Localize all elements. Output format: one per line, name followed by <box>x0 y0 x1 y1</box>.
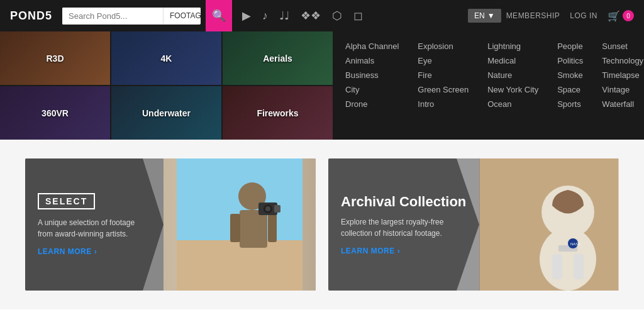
cat-nature[interactable]: Nature <box>487 70 538 80</box>
categories: Alpha Channel Animals Business City Dron… <box>333 31 644 140</box>
cat-vintage[interactable]: Vintage <box>602 85 643 94</box>
language-button[interactable]: EN ▼ <box>468 9 501 23</box>
search-icon: 🔍 <box>212 9 226 23</box>
cat-new-york-city[interactable]: New York City <box>487 85 538 94</box>
thumbnail-label: 360VR <box>42 108 69 118</box>
promo-archival-desc: Explore the largest royalty-free collect… <box>341 216 467 239</box>
astronaut-illustration: NASA <box>480 158 618 291</box>
promo-select-desc: A unique selection of footage from award… <box>38 217 151 240</box>
svg-text:NASA: NASA <box>570 242 580 246</box>
promo-archival-title: Archival Collection <box>341 194 467 210</box>
cat-drone[interactable]: Drone <box>345 99 399 109</box>
promo-card-archival[interactable]: Archival Collection Explore the largest … <box>328 158 619 291</box>
cat-waterfall[interactable]: Waterfall <box>602 99 643 109</box>
category-col-3: Lightning Medical Nature New York City O… <box>487 42 538 130</box>
thumbnail-label: Underwater <box>142 108 191 118</box>
cart-count: 0 <box>623 10 634 21</box>
svg-rect-4 <box>230 214 240 242</box>
header: POND5 FOOTAGE ▼ 🔍 ▶ ♪ ♩♩ ❖❖ ⬡ ◻ EN ▼ MEM… <box>0 0 644 31</box>
search-bar: FOOTAGE ▼ <box>62 8 201 25</box>
cat-explosion[interactable]: Explosion <box>418 42 469 51</box>
svg-point-9 <box>265 206 270 211</box>
search-input[interactable] <box>62 8 163 25</box>
photo-icon[interactable]: ⬡ <box>332 9 342 23</box>
thumbnail-underwater[interactable]: Underwater <box>111 86 221 140</box>
svg-rect-14 <box>552 254 562 279</box>
cat-alpha-channel[interactable]: Alpha Channel <box>345 42 399 51</box>
category-col-2: Explosion Eye Fire Green Screen Intro <box>418 42 469 130</box>
select-badge: SELECT <box>38 193 95 209</box>
cat-business[interactable]: Business <box>345 70 399 80</box>
cat-sunset[interactable]: Sunset <box>602 42 643 51</box>
cat-fire[interactable]: Fire <box>418 70 469 80</box>
category-col-5: Sunset Technology Timelapse Vintage Wate… <box>602 42 643 130</box>
cat-politics[interactable]: Politics <box>557 56 583 65</box>
cat-lightning[interactable]: Lightning <box>487 42 538 51</box>
nav-icons: ▶ ♪ ♩♩ ❖❖ ⬡ ◻ <box>242 9 463 23</box>
music-icon[interactable]: ♪ <box>262 9 268 23</box>
cat-ocean[interactable]: Ocean <box>487 99 538 109</box>
cat-city[interactable]: City <box>345 85 399 94</box>
svg-rect-1 <box>177 240 303 291</box>
thumbnail-label: Aerials <box>263 53 292 64</box>
search-button[interactable]: 🔍 <box>206 0 232 31</box>
header-right: MEMBERSHIP LOG IN 🛒 0 <box>506 10 634 22</box>
promo-archival-learn-more[interactable]: LEARN MORE › <box>341 247 467 255</box>
logo[interactable]: POND5 <box>10 9 52 23</box>
cat-eye[interactable]: Eye <box>418 56 469 65</box>
video-icon[interactable]: ▶ <box>242 9 251 23</box>
svg-rect-15 <box>574 254 584 279</box>
thumbnail-fireworks[interactable]: Fireworks <box>223 86 333 140</box>
cart-icon: 🛒 <box>608 10 620 22</box>
cat-intro[interactable]: Intro <box>418 99 469 109</box>
cat-green-screen[interactable]: Green Screen <box>418 85 469 94</box>
dropdown-menu: R3D 4K Aerials 360VR Underwater Firework… <box>0 31 644 140</box>
category-col-4: People Politics Smoke Space Sports <box>557 42 583 130</box>
sound-icon[interactable]: ♩♩ <box>279 9 289 23</box>
promo-select-text: SELECT A unique selection of footage fro… <box>25 158 164 291</box>
videographer-illustration <box>177 158 303 291</box>
cat-people[interactable]: People <box>557 42 583 51</box>
cat-space[interactable]: Space <box>557 85 583 94</box>
thumbnail-label: R3D <box>46 53 64 64</box>
cat-smoke[interactable]: Smoke <box>557 70 583 80</box>
svg-rect-7 <box>274 205 280 213</box>
promo-archival-image: NASA <box>479 158 619 291</box>
chevron-down-icon: ▼ <box>487 11 495 20</box>
svg-rect-5 <box>268 214 277 242</box>
3d-icon[interactable]: ◻ <box>353 9 363 23</box>
cat-sports[interactable]: Sports <box>557 99 583 109</box>
main-content: SELECT A unique selection of footage fro… <box>0 140 644 309</box>
thumbnail-grid: R3D 4K Aerials 360VR Underwater Firework… <box>0 31 333 140</box>
promo-card-select[interactable]: SELECT A unique selection of footage fro… <box>25 158 316 291</box>
login-link[interactable]: LOG IN <box>570 11 597 20</box>
cat-timelapse[interactable]: Timelapse <box>602 70 643 80</box>
promo-archival-text: Archival Collection Explore the largest … <box>328 158 479 291</box>
cat-animals[interactable]: Animals <box>345 56 399 65</box>
thumbnail-r3d[interactable]: R3D <box>0 31 110 85</box>
cat-medical[interactable]: Medical <box>487 56 538 65</box>
cat-technology[interactable]: Technology <box>602 56 643 65</box>
promo-select-image <box>164 158 316 291</box>
thumbnail-360vr[interactable]: 360VR <box>0 86 110 140</box>
arrow-right-icon: › <box>94 247 97 256</box>
thumbnail-label: 4K <box>161 53 172 64</box>
arrow-right-icon: › <box>397 247 401 255</box>
motion-icon[interactable]: ❖❖ <box>301 9 321 23</box>
thumbnail-4k[interactable]: 4K <box>111 31 221 85</box>
footage-dropdown[interactable]: FOOTAGE ▼ <box>163 8 201 24</box>
thumbnail-label: Fireworks <box>257 108 298 118</box>
category-col-1: Alpha Channel Animals Business City Dron… <box>345 42 399 130</box>
membership-link[interactable]: MEMBERSHIP <box>506 11 560 20</box>
svg-rect-3 <box>240 210 267 248</box>
thumbnail-aerials[interactable]: Aerials <box>223 31 333 85</box>
promo-select-learn-more[interactable]: LEARN MORE › <box>38 247 151 256</box>
cart-area[interactable]: 🛒 0 <box>608 10 634 22</box>
